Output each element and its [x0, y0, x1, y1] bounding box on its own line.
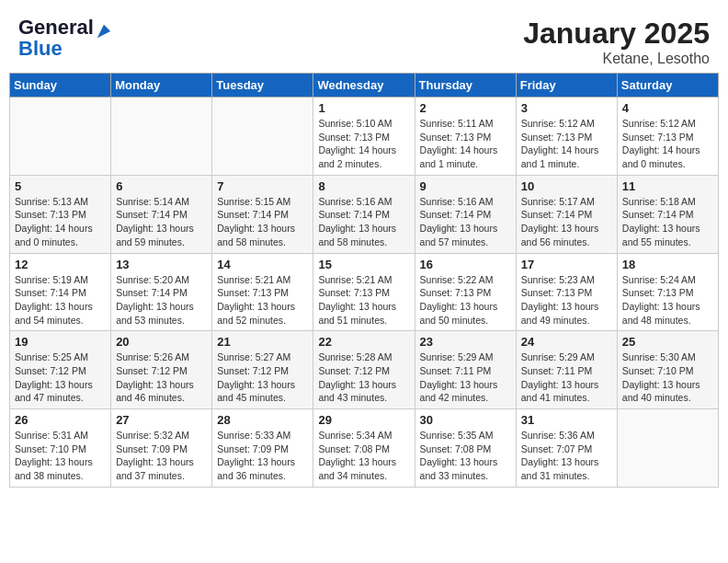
calendar-day-cell: 14Sunrise: 5:21 AMSunset: 7:13 PMDayligh…: [212, 253, 313, 331]
calendar-day-cell: 10Sunrise: 5:17 AMSunset: 7:14 PMDayligh…: [516, 175, 617, 253]
calendar-day-cell: 1Sunrise: 5:10 AMSunset: 7:13 PMDaylight…: [313, 98, 415, 176]
calendar-day-cell: 12Sunrise: 5:19 AMSunset: 7:14 PMDayligh…: [10, 253, 111, 331]
day-of-week-header: Saturday: [617, 74, 718, 98]
calendar-day-cell: 5Sunrise: 5:13 AMSunset: 7:13 PMDaylight…: [10, 175, 111, 253]
day-number: 2: [420, 101, 511, 115]
day-info: Sunrise: 5:17 AMSunset: 7:14 PMDaylight:…: [521, 195, 612, 249]
day-number: 22: [318, 335, 409, 349]
day-info: Sunrise: 5:25 AMSunset: 7:12 PMDaylight:…: [15, 350, 106, 405]
day-number: 1: [318, 101, 409, 115]
calendar-day-cell: 21Sunrise: 5:27 AMSunset: 7:12 PMDayligh…: [212, 331, 313, 409]
calendar-day-cell: 28Sunrise: 5:33 AMSunset: 7:09 PMDayligh…: [212, 409, 313, 488]
day-number: 23: [420, 335, 511, 349]
day-info: Sunrise: 5:11 AMSunset: 7:13 PMDaylight:…: [420, 117, 511, 171]
calendar-day-cell: 23Sunrise: 5:29 AMSunset: 7:11 PMDayligh…: [415, 331, 516, 409]
day-info: Sunrise: 5:31 AMSunset: 7:10 PMDaylight:…: [15, 429, 106, 483]
day-number: 31: [521, 413, 612, 427]
day-number: 27: [116, 413, 207, 427]
day-number: 19: [15, 335, 106, 349]
day-number: 6: [116, 179, 207, 193]
day-info: Sunrise: 5:14 AMSunset: 7:14 PMDaylight:…: [116, 195, 207, 249]
day-number: 7: [217, 179, 308, 193]
calendar-week-row: 5Sunrise: 5:13 AMSunset: 7:13 PMDaylight…: [10, 175, 719, 253]
day-info: Sunrise: 5:21 AMSunset: 7:13 PMDaylight:…: [318, 273, 409, 327]
calendar-day-cell: 3Sunrise: 5:12 AMSunset: 7:13 PMDaylight…: [516, 98, 617, 176]
calendar-day-cell: 31Sunrise: 5:36 AMSunset: 7:07 PMDayligh…: [516, 409, 617, 488]
day-info: Sunrise: 5:24 AMSunset: 7:13 PMDaylight:…: [622, 273, 713, 327]
day-info: Sunrise: 5:34 AMSunset: 7:08 PMDaylight:…: [318, 429, 409, 483]
day-number: 11: [622, 179, 713, 193]
day-number: 4: [622, 101, 713, 115]
day-info: Sunrise: 5:18 AMSunset: 7:14 PMDaylight:…: [622, 195, 713, 249]
day-info: Sunrise: 5:29 AMSunset: 7:11 PMDaylight:…: [420, 350, 511, 405]
day-info: Sunrise: 5:19 AMSunset: 7:14 PMDaylight:…: [15, 273, 106, 327]
day-of-week-header: Thursday: [415, 74, 516, 98]
logo-text: General: [18, 17, 108, 39]
svg-marker-0: [97, 25, 110, 38]
day-info: Sunrise: 5:33 AMSunset: 7:09 PMDaylight:…: [217, 429, 308, 483]
day-info: Sunrise: 5:12 AMSunset: 7:13 PMDaylight:…: [622, 117, 713, 171]
calendar-day-cell: 11Sunrise: 5:18 AMSunset: 7:14 PMDayligh…: [617, 175, 718, 253]
day-info: Sunrise: 5:32 AMSunset: 7:09 PMDaylight:…: [116, 429, 207, 483]
calendar-day-cell: 20Sunrise: 5:26 AMSunset: 7:12 PMDayligh…: [111, 331, 212, 409]
day-info: Sunrise: 5:29 AMSunset: 7:11 PMDaylight:…: [521, 350, 612, 405]
day-number: 15: [318, 258, 409, 271]
calendar-day-cell: [10, 98, 111, 176]
month-title: January 2025: [523, 17, 710, 51]
day-info: Sunrise: 5:28 AMSunset: 7:12 PMDaylight:…: [318, 350, 409, 405]
day-info: Sunrise: 5:35 AMSunset: 7:08 PMDaylight:…: [420, 429, 511, 483]
calendar-day-cell: 15Sunrise: 5:21 AMSunset: 7:13 PMDayligh…: [313, 253, 415, 331]
day-info: Sunrise: 5:16 AMSunset: 7:14 PMDaylight:…: [420, 195, 511, 249]
day-number: 14: [217, 258, 308, 271]
day-of-week-header: Friday: [516, 74, 617, 98]
calendar-week-row: 1Sunrise: 5:10 AMSunset: 7:13 PMDaylight…: [10, 98, 719, 176]
calendar-day-cell: 13Sunrise: 5:20 AMSunset: 7:14 PMDayligh…: [111, 253, 212, 331]
day-info: Sunrise: 5:13 AMSunset: 7:13 PMDaylight:…: [15, 195, 106, 249]
calendar-day-cell: 8Sunrise: 5:16 AMSunset: 7:14 PMDaylight…: [313, 175, 415, 253]
day-info: Sunrise: 5:10 AMSunset: 7:13 PMDaylight:…: [318, 117, 409, 171]
calendar-header-row: SundayMondayTuesdayWednesdayThursdayFrid…: [10, 74, 719, 98]
day-number: 12: [15, 258, 106, 271]
day-number: 10: [521, 179, 612, 193]
day-number: 26: [15, 413, 106, 427]
day-info: Sunrise: 5:23 AMSunset: 7:13 PMDaylight:…: [521, 273, 612, 327]
day-number: 18: [622, 258, 713, 271]
day-of-week-header: Wednesday: [313, 74, 415, 98]
calendar-day-cell: 26Sunrise: 5:31 AMSunset: 7:10 PMDayligh…: [10, 409, 111, 488]
day-number: 3: [521, 101, 612, 115]
day-number: 17: [521, 258, 612, 271]
logo: General Blue: [18, 17, 108, 59]
day-number: 5: [15, 179, 106, 193]
calendar-day-cell: 27Sunrise: 5:32 AMSunset: 7:09 PMDayligh…: [111, 409, 212, 488]
day-number: 25: [622, 335, 713, 349]
calendar-day-cell: 24Sunrise: 5:29 AMSunset: 7:11 PMDayligh…: [516, 331, 617, 409]
calendar-day-cell: [617, 409, 718, 488]
day-info: Sunrise: 5:21 AMSunset: 7:13 PMDaylight:…: [217, 273, 308, 327]
logo-blue: Blue: [18, 39, 108, 59]
calendar-day-cell: 22Sunrise: 5:28 AMSunset: 7:12 PMDayligh…: [313, 331, 415, 409]
calendar-day-cell: 25Sunrise: 5:30 AMSunset: 7:10 PMDayligh…: [617, 331, 718, 409]
day-info: Sunrise: 5:26 AMSunset: 7:12 PMDaylight:…: [116, 350, 207, 405]
calendar-day-cell: 17Sunrise: 5:23 AMSunset: 7:13 PMDayligh…: [516, 253, 617, 331]
calendar-day-cell: 7Sunrise: 5:15 AMSunset: 7:14 PMDaylight…: [212, 175, 313, 253]
day-number: 24: [521, 335, 612, 349]
day-number: 20: [116, 335, 207, 349]
page-header: General Blue January 2025 Ketane, Lesoth…: [9, 9, 719, 73]
day-info: Sunrise: 5:15 AMSunset: 7:14 PMDaylight:…: [217, 195, 308, 249]
day-info: Sunrise: 5:30 AMSunset: 7:10 PMDaylight:…: [622, 350, 713, 405]
day-info: Sunrise: 5:12 AMSunset: 7:13 PMDaylight:…: [521, 117, 612, 171]
day-number: 8: [318, 179, 409, 193]
calendar-week-row: 26Sunrise: 5:31 AMSunset: 7:10 PMDayligh…: [10, 409, 719, 488]
calendar-day-cell: 16Sunrise: 5:22 AMSunset: 7:13 PMDayligh…: [415, 253, 516, 331]
calendar-week-row: 12Sunrise: 5:19 AMSunset: 7:14 PMDayligh…: [10, 253, 719, 331]
day-info: Sunrise: 5:27 AMSunset: 7:12 PMDaylight:…: [217, 350, 308, 405]
day-number: 28: [217, 413, 308, 427]
calendar-week-row: 19Sunrise: 5:25 AMSunset: 7:12 PMDayligh…: [10, 331, 719, 409]
day-of-week-header: Monday: [111, 74, 212, 98]
day-number: 29: [318, 413, 409, 427]
calendar-day-cell: 29Sunrise: 5:34 AMSunset: 7:08 PMDayligh…: [313, 409, 415, 488]
calendar-day-cell: 9Sunrise: 5:16 AMSunset: 7:14 PMDaylight…: [415, 175, 516, 253]
calendar-day-cell: [111, 98, 212, 176]
day-number: 30: [420, 413, 511, 427]
calendar-day-cell: 18Sunrise: 5:24 AMSunset: 7:13 PMDayligh…: [617, 253, 718, 331]
